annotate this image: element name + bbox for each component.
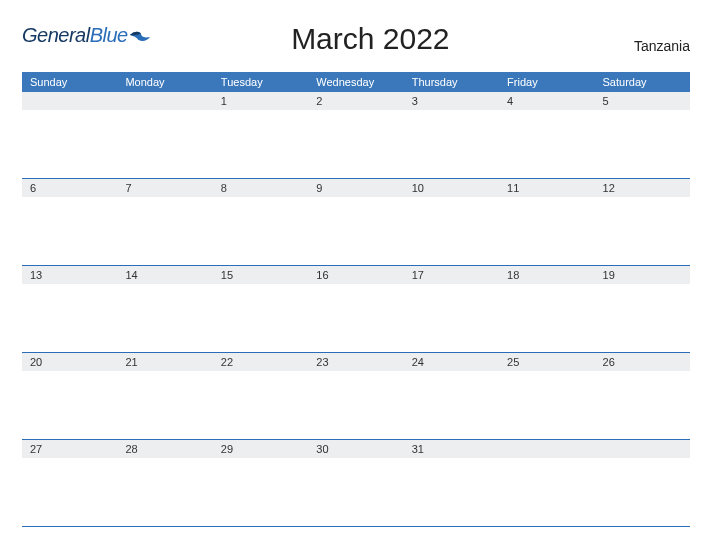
- week-row: 2728293031: [22, 440, 690, 527]
- day-body: [213, 284, 308, 352]
- day-number: 11: [499, 179, 594, 197]
- day-number: 24: [404, 353, 499, 371]
- day-number: 8: [213, 179, 308, 197]
- day-cell: 27: [22, 440, 117, 527]
- day-body: [213, 197, 308, 265]
- day-number: [595, 440, 690, 458]
- day-cell: 5: [595, 92, 690, 179]
- page-title: March 2022: [151, 18, 590, 56]
- day-body: [117, 458, 212, 526]
- day-body: [117, 110, 212, 178]
- day-number: 1: [213, 92, 308, 110]
- day-cell: 2: [308, 92, 403, 179]
- day-cell: [22, 92, 117, 179]
- day-body: [308, 458, 403, 526]
- weekday-header: Tuesday: [213, 72, 308, 92]
- day-cell: 3: [404, 92, 499, 179]
- day-body: [308, 110, 403, 178]
- day-cell: 26: [595, 353, 690, 440]
- day-body: [22, 458, 117, 526]
- weekday-header: Friday: [499, 72, 594, 92]
- day-body: [404, 458, 499, 526]
- day-body: [595, 284, 690, 352]
- day-body: [404, 197, 499, 265]
- day-body: [499, 458, 594, 526]
- day-body: [22, 284, 117, 352]
- day-body: [117, 371, 212, 439]
- day-number: 23: [308, 353, 403, 371]
- day-cell: 6: [22, 179, 117, 266]
- day-number: [22, 92, 117, 110]
- day-number: 3: [404, 92, 499, 110]
- day-body: [499, 197, 594, 265]
- day-number: 22: [213, 353, 308, 371]
- day-cell: 14: [117, 266, 212, 353]
- day-body: [595, 458, 690, 526]
- day-cell: 21: [117, 353, 212, 440]
- day-number: 18: [499, 266, 594, 284]
- week-row: 12345: [22, 92, 690, 179]
- day-cell: [117, 92, 212, 179]
- day-cell: [595, 440, 690, 527]
- day-number: 12: [595, 179, 690, 197]
- header: GeneralBlue March 2022 Tanzania: [22, 18, 690, 56]
- day-cell: 18: [499, 266, 594, 353]
- day-number: 13: [22, 266, 117, 284]
- week-row: 20212223242526: [22, 353, 690, 440]
- calendar-grid: Sunday Monday Tuesday Wednesday Thursday…: [22, 72, 690, 527]
- day-number: 30: [308, 440, 403, 458]
- day-body: [22, 110, 117, 178]
- day-cell: 23: [308, 353, 403, 440]
- day-number: 20: [22, 353, 117, 371]
- day-cell: 31: [404, 440, 499, 527]
- day-body: [499, 110, 594, 178]
- day-number: 2: [308, 92, 403, 110]
- weekday-header: Monday: [117, 72, 212, 92]
- day-cell: 1: [213, 92, 308, 179]
- day-body: [595, 197, 690, 265]
- day-number: 7: [117, 179, 212, 197]
- day-body: [117, 284, 212, 352]
- day-cell: 24: [404, 353, 499, 440]
- day-number: 26: [595, 353, 690, 371]
- logo-text: GeneralBlue: [22, 24, 128, 47]
- day-number: 4: [499, 92, 594, 110]
- day-cell: 11: [499, 179, 594, 266]
- day-cell: 8: [213, 179, 308, 266]
- day-body: [595, 110, 690, 178]
- day-body: [404, 110, 499, 178]
- day-cell: 17: [404, 266, 499, 353]
- weekday-header-row: Sunday Monday Tuesday Wednesday Thursday…: [22, 72, 690, 92]
- weekday-header: Thursday: [404, 72, 499, 92]
- day-body: [117, 197, 212, 265]
- weekday-header: Wednesday: [308, 72, 403, 92]
- day-number: 14: [117, 266, 212, 284]
- week-row: 13141516171819: [22, 266, 690, 353]
- day-number: [499, 440, 594, 458]
- day-number: 15: [213, 266, 308, 284]
- day-body: [595, 371, 690, 439]
- calendar-page: GeneralBlue March 2022 Tanzania Sunday M…: [0, 0, 712, 545]
- day-cell: 22: [213, 353, 308, 440]
- day-cell: 30: [308, 440, 403, 527]
- day-body: [499, 284, 594, 352]
- day-cell: 25: [499, 353, 594, 440]
- day-cell: 29: [213, 440, 308, 527]
- day-cell: 7: [117, 179, 212, 266]
- day-number: 25: [499, 353, 594, 371]
- day-number: 17: [404, 266, 499, 284]
- day-cell: 28: [117, 440, 212, 527]
- day-number: 9: [308, 179, 403, 197]
- day-cell: 12: [595, 179, 690, 266]
- day-cell: [499, 440, 594, 527]
- day-body: [213, 110, 308, 178]
- day-number: 19: [595, 266, 690, 284]
- day-cell: 4: [499, 92, 594, 179]
- day-body: [22, 371, 117, 439]
- day-number: 31: [404, 440, 499, 458]
- day-body: [308, 284, 403, 352]
- logo-wave-icon: [129, 25, 151, 47]
- day-body: [308, 371, 403, 439]
- day-number: 21: [117, 353, 212, 371]
- day-number: 29: [213, 440, 308, 458]
